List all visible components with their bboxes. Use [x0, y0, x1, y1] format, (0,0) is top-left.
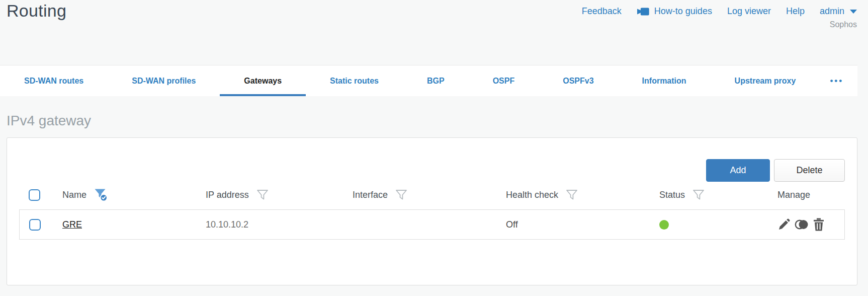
column-header-health-check: Health check	[506, 190, 558, 200]
admin-menu[interactable]: admin	[820, 6, 857, 17]
row-checkbox[interactable]	[29, 219, 41, 231]
log-viewer-link[interactable]: Log viewer	[727, 6, 771, 17]
table-header-row: Name IP address	[19, 187, 845, 209]
manage-actions	[777, 218, 844, 231]
gateway-name-link[interactable]: GRE	[62, 219, 82, 230]
tab-bar: SD-WAN routes SD-WAN profiles Gateways S…	[0, 65, 857, 96]
feedback-link[interactable]: Feedback	[582, 6, 622, 17]
feedback-label: Feedback	[582, 6, 622, 17]
gateway-health-check: Off	[506, 219, 518, 230]
tab-ospf[interactable]: OSPF	[469, 65, 539, 96]
filter-icon[interactable]	[256, 189, 269, 201]
tab-information[interactable]: Information	[618, 65, 711, 96]
howto-guides-link[interactable]: How-to guides	[637, 6, 712, 17]
tab-bgp[interactable]: BGP	[403, 65, 469, 96]
tab-ospfv3[interactable]: OSPFv3	[539, 65, 618, 96]
column-header-status: Status	[659, 190, 685, 200]
column-header-interface: Interface	[353, 190, 388, 200]
howto-guides-label: How-to guides	[654, 6, 712, 17]
column-header-manage: Manage	[777, 190, 810, 200]
log-viewer-label: Log viewer	[727, 6, 771, 17]
section-heading: IPv4 gateway	[7, 113, 91, 129]
tab-gateways[interactable]: Gateways	[220, 65, 306, 96]
help-link[interactable]: Help	[786, 6, 805, 17]
add-button[interactable]: Add	[706, 159, 770, 182]
delete-icon[interactable]	[813, 218, 825, 231]
video-camera-icon	[637, 7, 650, 16]
help-label: Help	[786, 6, 805, 17]
select-all-checkbox[interactable]	[29, 189, 40, 201]
filter-icon[interactable]	[395, 189, 407, 201]
gateway-ip: 10.10.10.2	[206, 219, 248, 230]
tab-more-menu[interactable]: •••	[820, 65, 853, 96]
toolbar: Add Delete	[19, 159, 845, 182]
tab-static-routes[interactable]: Static routes	[306, 65, 403, 96]
filter-icon[interactable]	[566, 189, 578, 201]
clone-icon[interactable]	[794, 218, 809, 231]
ipv4-gateway-panel: Add Delete Name	[7, 137, 857, 285]
delete-button[interactable]: Delete	[774, 159, 845, 182]
chevron-down-icon	[850, 10, 857, 14]
admin-label: admin	[820, 6, 844, 17]
column-header-name: Name	[62, 190, 86, 200]
page-title: Routing	[7, 1, 66, 21]
edit-icon[interactable]	[777, 218, 791, 231]
header-links: Feedback How-to guides Log viewer Help a…	[582, 6, 857, 17]
brand-label: Sophos	[830, 20, 857, 29]
column-header-ip-address: IP address	[206, 190, 249, 200]
routing-page: Routing Feedback How-to guides Log viewe…	[0, 0, 868, 296]
filter-active-icon[interactable]	[94, 188, 108, 202]
top-header: Routing Feedback How-to guides Log viewe…	[0, 0, 868, 65]
table-row: GRE 10.10.10.2 Off	[19, 209, 845, 240]
tab-sdwan-routes[interactable]: SD-WAN routes	[0, 65, 108, 96]
status-indicator-green	[659, 220, 669, 230]
tab-upstream-proxy[interactable]: Upstream proxy	[711, 65, 820, 96]
tab-sdwan-profiles[interactable]: SD-WAN profiles	[108, 65, 220, 96]
filter-icon[interactable]	[692, 189, 705, 201]
gateway-table: Name IP address	[19, 187, 845, 240]
